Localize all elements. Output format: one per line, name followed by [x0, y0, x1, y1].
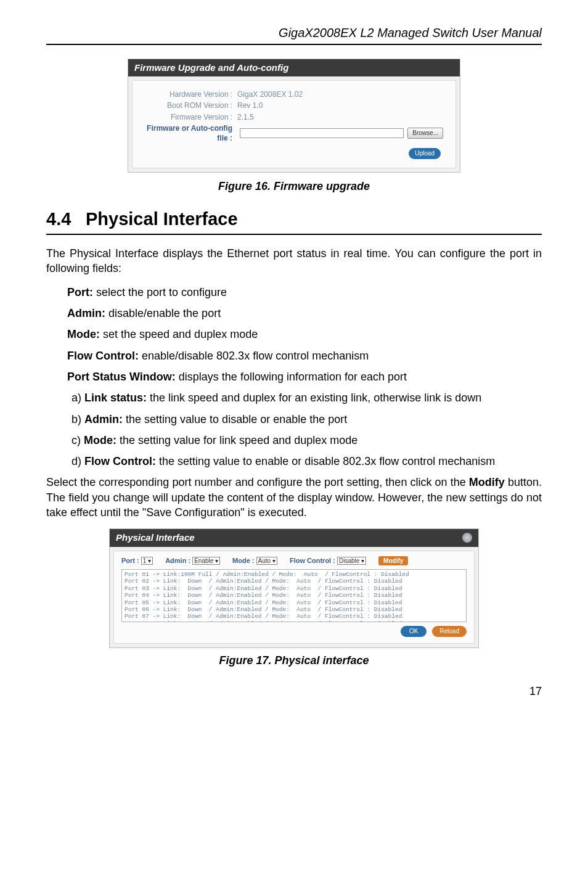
- field-status: Port Status Window: displays the followi…: [67, 369, 542, 384]
- figure-17-caption: Figure 17. Physical interface: [46, 653, 542, 668]
- field-flow: Flow Control: enable/disable 802.3x flow…: [67, 348, 542, 363]
- list-item: Port 07 -> Link: Down / Admin:Enabled / …: [125, 613, 463, 620]
- mode-label: Mode :: [232, 557, 254, 564]
- list-item: Port 08 -> Link: Down / Admin:Enabled / …: [125, 620, 463, 622]
- section-title: Physical Interface: [86, 209, 238, 229]
- list-item: Port 05 -> Link: Down / Admin:Enabled / …: [125, 599, 463, 606]
- page-header: GigaX2008EX L2 Managed Switch User Manua…: [46, 25, 542, 45]
- outro-paragraph: Select the corresponding port number and…: [46, 475, 542, 520]
- gear-icon: [462, 533, 472, 543]
- ok-button[interactable]: OK: [401, 626, 427, 637]
- sub-b: b) Admin: the setting value to disable o…: [86, 412, 542, 427]
- file-label: Firmware or Auto-config file :: [145, 123, 237, 143]
- flow-select[interactable]: Disable ▾: [337, 557, 366, 565]
- mode-select[interactable]: Auto ▾: [256, 557, 277, 565]
- boot-version-value: Rev 1.0: [237, 101, 263, 110]
- reload-button[interactable]: Reload: [432, 626, 467, 637]
- physical-panel-title: Physical Interface: [116, 532, 195, 544]
- browse-button[interactable]: Browse...: [407, 128, 443, 139]
- port-select[interactable]: 1 ▾: [141, 557, 153, 565]
- list-item: Port 06 -> Link: Down / Admin:Enabled / …: [125, 606, 463, 613]
- section-heading: 4.4Physical Interface: [46, 207, 542, 235]
- hw-version-label: Hardware Version :: [145, 89, 237, 99]
- port-status-list[interactable]: Port 01 -> Link:100M Full / Admin:Enable…: [121, 569, 467, 622]
- intro-paragraph: The Physical Interface displays the Ethe…: [46, 246, 542, 276]
- file-input[interactable]: [240, 128, 404, 138]
- field-port: Port: select the port to configure: [67, 285, 542, 300]
- fw-version-value: 2.1.5: [237, 112, 254, 122]
- sub-a: a) Link status: the link speed and duple…: [86, 390, 542, 405]
- hw-version-value: GigaX 2008EX 1.02: [237, 89, 303, 99]
- field-mode: Mode: set the speed and duplex mode: [67, 327, 542, 342]
- modify-button[interactable]: Modify: [378, 556, 408, 566]
- admin-select[interactable]: Enable ▾: [192, 557, 220, 565]
- list-item: Port 01 -> Link:100M Full / Admin:Enable…: [125, 571, 463, 578]
- field-admin: Admin: disable/enable the port: [67, 306, 542, 321]
- admin-label: Admin :: [165, 557, 190, 564]
- figure-16-caption: Figure 16. Firmware upgrade: [46, 179, 542, 194]
- upload-button[interactable]: Upload: [409, 148, 441, 159]
- port-label: Port :: [121, 557, 139, 564]
- list-item: Port 03 -> Link: Down / Admin:Enabled / …: [125, 585, 463, 592]
- flow-label: Flow Control :: [290, 557, 335, 564]
- list-item: Port 02 -> Link: Down / Admin:Enabled / …: [125, 578, 463, 585]
- sub-d: d) Flow Control: the setting value to en…: [86, 454, 542, 469]
- boot-version-label: Boot ROM Version :: [145, 101, 237, 110]
- firmware-panel-title: Firmware Upgrade and Auto-config: [128, 59, 460, 76]
- firmware-screenshot: Firmware Upgrade and Auto-config Hardwar…: [128, 59, 460, 173]
- fw-version-label: Firmware Version :: [145, 112, 237, 122]
- page-number: 17: [46, 684, 542, 699]
- sub-c: c) Mode: the setting value for link spee…: [86, 433, 542, 448]
- section-number: 4.4: [46, 207, 86, 231]
- list-item: Port 04 -> Link: Down / Admin:Enabled / …: [125, 592, 463, 599]
- physical-interface-screenshot: Physical Interface Port : 1 ▾ Admin : En…: [109, 528, 479, 647]
